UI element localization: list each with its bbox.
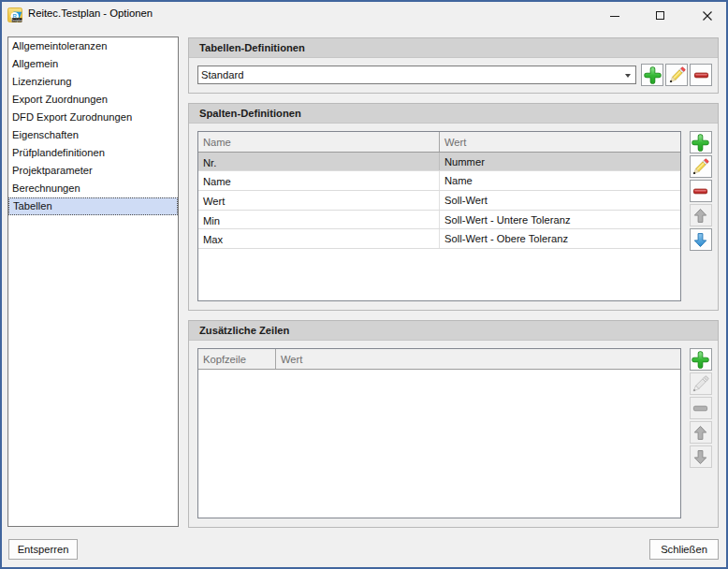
svg-text:Testplan: Testplan <box>11 19 22 22</box>
